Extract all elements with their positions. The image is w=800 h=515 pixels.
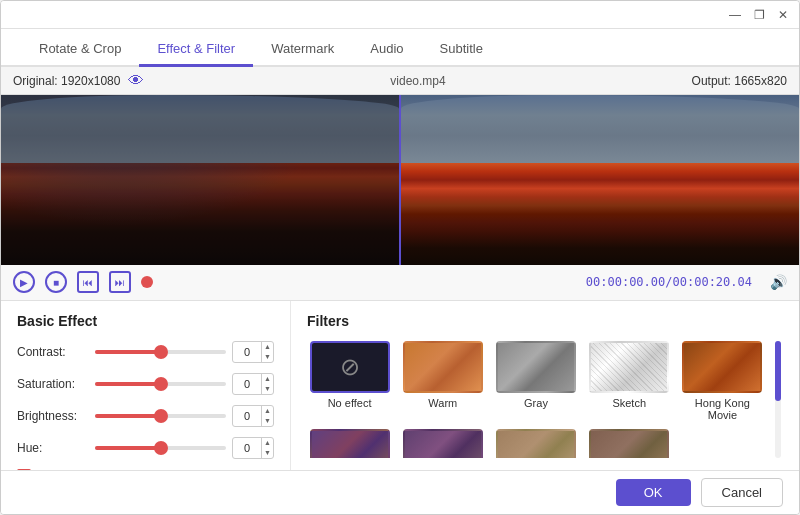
- hue-down[interactable]: ▼: [262, 448, 273, 458]
- main-window: — ❐ ✕ Rotate & Crop Effect & Filter Wate…: [0, 0, 800, 515]
- tab-rotate-crop[interactable]: Rotate & Crop: [21, 33, 139, 67]
- restore-button[interactable]: ❐: [751, 7, 767, 23]
- filter-no-effect[interactable]: No effect: [307, 341, 392, 421]
- hue-up[interactable]: ▲: [262, 438, 273, 448]
- contrast-down[interactable]: ▼: [262, 352, 273, 362]
- record-indicator: [141, 276, 153, 288]
- filter-thumb-warm: [403, 341, 483, 393]
- total-time: 00:00:20.04: [673, 275, 752, 289]
- ok-button[interactable]: OK: [616, 479, 691, 506]
- brightness-up[interactable]: ▲: [262, 406, 273, 416]
- play-button[interactable]: ▶: [13, 271, 35, 293]
- eye-icon[interactable]: 👁: [128, 72, 144, 90]
- contrast-slider[interactable]: [95, 350, 226, 354]
- filter-label-sketch: Sketch: [612, 397, 646, 409]
- filter-thumb-sketch: [589, 341, 669, 393]
- saturation-arrows: ▲ ▼: [261, 374, 273, 394]
- contrast-arrows: ▲ ▼: [261, 342, 273, 362]
- saturation-value: 0: [233, 378, 261, 390]
- window-controls: — ❐ ✕: [727, 7, 791, 23]
- brightness-value-box: 0 ▲ ▼: [232, 405, 274, 427]
- filter-thumb-r2-1: [310, 429, 390, 459]
- original-resolution: Original: 1920x1080: [13, 74, 120, 88]
- hue-arrows: ▲ ▼: [261, 438, 273, 458]
- video-preview-right: [401, 95, 799, 265]
- tabs-bar: Rotate & Crop Effect & Filter Watermark …: [1, 29, 799, 67]
- current-time: 00:00:00.00: [586, 275, 665, 289]
- hue-label: Hue:: [17, 441, 89, 455]
- hue-value: 0: [233, 442, 261, 454]
- preview-info-left: Original: 1920x1080 👁: [13, 72, 144, 90]
- hue-value-box: 0 ▲ ▼: [232, 437, 274, 459]
- filter-r2-1[interactable]: [307, 429, 392, 459]
- cancel-button[interactable]: Cancel: [701, 478, 783, 507]
- volume-icon[interactable]: 🔊: [770, 274, 787, 290]
- brightness-slider[interactable]: [95, 414, 226, 418]
- contrast-label: Contrast:: [17, 345, 89, 359]
- minimize-button[interactable]: —: [727, 7, 743, 23]
- preview-info-bar: Original: 1920x1080 👁 video.mp4 Output: …: [1, 67, 799, 95]
- contrast-value-box: 0 ▲ ▼: [232, 341, 274, 363]
- tab-audio[interactable]: Audio: [352, 33, 421, 67]
- saturation-up[interactable]: ▲: [262, 374, 273, 384]
- time-display: 00:00:00.00/00:00:20.04: [586, 275, 752, 289]
- filter-thumb-gray: [496, 341, 576, 393]
- filter-label-warm: Warm: [428, 397, 457, 409]
- brightness-value: 0: [233, 410, 261, 422]
- filters-scrollbar-thumb: [775, 341, 781, 401]
- filter-r2-2[interactable]: [400, 429, 485, 459]
- stop-button[interactable]: ■: [45, 271, 67, 293]
- video-panel-right: [401, 95, 799, 265]
- contrast-row: Contrast: 0 ▲ ▼: [17, 341, 274, 363]
- filter-gray[interactable]: Gray: [493, 341, 578, 421]
- close-button[interactable]: ✕: [775, 7, 791, 23]
- filters-grid: No effect Warm Gray Sketch: [307, 341, 765, 459]
- filters-panel: Filters No effect Warm: [291, 301, 799, 471]
- saturation-value-box: 0 ▲ ▼: [232, 373, 274, 395]
- footer: OK Cancel: [1, 470, 799, 514]
- hue-row: Hue: 0 ▲ ▼: [17, 437, 274, 459]
- filter-sketch[interactable]: Sketch: [587, 341, 672, 421]
- hue-slider[interactable]: [95, 446, 226, 450]
- saturation-row: Saturation: 0 ▲ ▼: [17, 373, 274, 395]
- filter-warm[interactable]: Warm: [400, 341, 485, 421]
- tab-effect-filter[interactable]: Effect & Filter: [139, 33, 253, 67]
- video-preview-left: [1, 95, 399, 265]
- filters-scroll-area[interactable]: No effect Warm Gray Sketch: [307, 341, 773, 459]
- skip-forward-button[interactable]: ⏭: [109, 271, 131, 293]
- filter-thumb-r2-2: [403, 429, 483, 459]
- main-content: Basic Effect Contrast: 0 ▲ ▼ Satu: [1, 301, 799, 471]
- filter-thumb-r2-4: [589, 429, 669, 459]
- saturation-label: Saturation:: [17, 377, 89, 391]
- filter-thumb-no-effect: [310, 341, 390, 393]
- brightness-label: Brightness:: [17, 409, 89, 423]
- contrast-value: 0: [233, 346, 261, 358]
- video-panel-left: [1, 95, 401, 265]
- effect-panel-title: Basic Effect: [17, 313, 274, 329]
- saturation-slider[interactable]: [95, 382, 226, 386]
- output-resolution: Output: 1665x820: [692, 74, 787, 88]
- contrast-up[interactable]: ▲: [262, 342, 273, 352]
- filter-label-gray: Gray: [524, 397, 548, 409]
- effect-panel: Basic Effect Contrast: 0 ▲ ▼ Satu: [1, 301, 291, 471]
- filter-r2-4[interactable]: [587, 429, 672, 459]
- filter-thumb-r2-3: [496, 429, 576, 459]
- tab-watermark[interactable]: Watermark: [253, 33, 352, 67]
- brightness-row: Brightness: 0 ▲ ▼: [17, 405, 274, 427]
- filters-scrollbar[interactable]: [775, 341, 781, 459]
- filter-r2-3[interactable]: [493, 429, 578, 459]
- skip-back-button[interactable]: ⏮: [77, 271, 99, 293]
- filter-label-hk: Hong Kong Movie: [680, 397, 765, 421]
- filter-thumb-hk: [682, 341, 762, 393]
- brightness-down[interactable]: ▼: [262, 416, 273, 426]
- tab-subtitle[interactable]: Subtitle: [422, 33, 501, 67]
- saturation-down[interactable]: ▼: [262, 384, 273, 394]
- filters-title: Filters: [307, 313, 783, 329]
- title-bar: — ❐ ✕: [1, 1, 799, 29]
- brightness-arrows: ▲ ▼: [261, 406, 273, 426]
- playback-bar: ▶ ■ ⏮ ⏭ 00:00:00.00/00:00:20.04 🔊: [1, 265, 799, 301]
- preview-filename: video.mp4: [390, 74, 445, 88]
- filter-label-no-effect: No effect: [328, 397, 372, 409]
- filter-hk-movie[interactable]: Hong Kong Movie: [680, 341, 765, 421]
- video-panels: [1, 95, 799, 265]
